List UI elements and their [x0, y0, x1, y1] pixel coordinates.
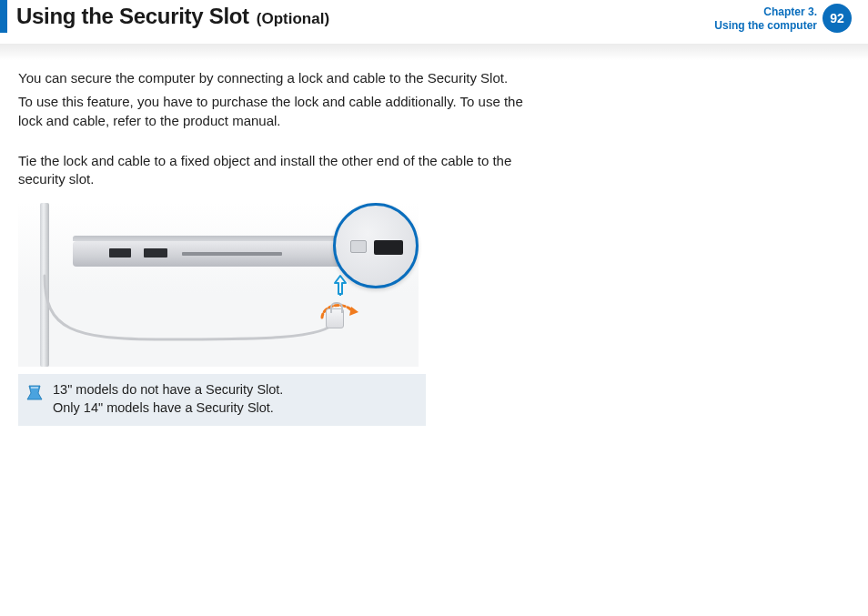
up-arrow-icon: [332, 274, 348, 303]
title-group: Using the Security Slot (Optional): [16, 0, 714, 29]
paragraph-instruction: Tie the lock and cable to a fixed object…: [18, 152, 528, 189]
lock-icon: [326, 308, 344, 328]
note-line-1: 13" models do not have a Security Slot.: [53, 381, 283, 399]
page-subtitle: (Optional): [257, 10, 329, 28]
chapter-number: Chapter 3.: [714, 5, 817, 19]
chapter-label: Chapter 3. Using the computer: [714, 4, 817, 33]
paragraph-intro-1: You can secure the computer by connectin…: [18, 69, 528, 87]
laptop-usb-icon: [144, 248, 167, 258]
chapter-name: Using the computer: [714, 19, 817, 33]
security-slot-illustration: [18, 203, 419, 367]
optical-drive-slot: [182, 252, 282, 256]
page-title: Using the Security Slot: [16, 4, 249, 29]
note-text: 13" models do not have a Security Slot. …: [53, 381, 283, 417]
body-content: You can secure the computer by connectin…: [0, 60, 546, 188]
laptop-side-view: [73, 241, 364, 267]
title-accent-bar: [0, 0, 7, 33]
note-callout: 13" models do not have a Security Slot. …: [18, 374, 426, 426]
laptop-port-icon: [109, 248, 131, 258]
note-pin-icon: [25, 381, 45, 407]
callout-security-slot: [374, 240, 403, 255]
page-number-badge: 92: [823, 4, 852, 33]
paragraph-intro-2: To use this feature, you have to purchas…: [18, 93, 528, 130]
callout-small-port: [350, 240, 367, 253]
header-right-group: Chapter 3. Using the computer 92: [714, 0, 868, 33]
page-header: Using the Security Slot (Optional) Chapt…: [0, 0, 868, 47]
note-line-2: Only 14" models have a Security Slot.: [53, 399, 283, 418]
